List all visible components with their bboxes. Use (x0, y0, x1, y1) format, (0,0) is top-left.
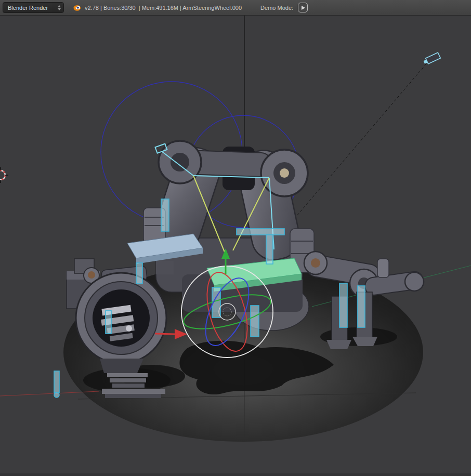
play-icon (302, 6, 305, 10)
3d-viewport[interactable] (0, 16, 471, 476)
blender-window: Blender Render v2.78 | Bones:30/30 | Mem… (0, 0, 471, 476)
render-engine-dropdown[interactable]: Blender Render (3, 2, 64, 13)
info-bar: Blender Render v2.78 | Bones:30/30 | Mem… (0, 0, 471, 16)
dropdown-stepper-icon[interactable] (58, 5, 61, 10)
render-engine-label: Blender Render (8, 5, 48, 11)
demo-play-button[interactable] (298, 3, 308, 12)
demo-mode-label: Demo Mode: (260, 5, 293, 11)
viewport-scene (0, 16, 471, 476)
viewport-bottom-edge (0, 473, 471, 476)
status-text: v2.78 | Bones:30/30 | Mem:491.16M | ArmS… (85, 5, 242, 11)
blender-logo-icon (72, 3, 81, 12)
